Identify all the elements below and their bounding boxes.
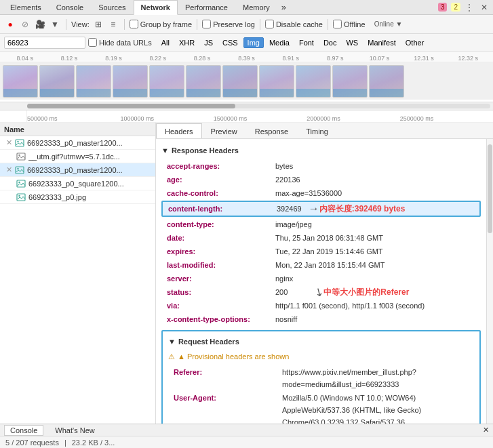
waterfall-ruler: 500000 ms 1000000 ms 1500000 ms 2000000 … <box>0 110 493 123</box>
hide-data-urls-input[interactable] <box>88 38 97 47</box>
list-view-button[interactable]: ≡ <box>107 18 119 30</box>
tick-6: 8.91 s <box>269 55 313 62</box>
stop-button[interactable]: ⊘ <box>19 18 31 30</box>
filter-other[interactable]: Other <box>401 37 429 48</box>
disable-cache-input[interactable] <box>265 20 274 28</box>
error-badge: 3 <box>438 3 448 12</box>
whats-new-tab[interactable]: What's New <box>49 425 100 436</box>
grid-view-button[interactable]: ⊞ <box>92 18 104 30</box>
group-by-frame-check[interactable]: Group by frame <box>130 20 192 28</box>
scrollbar-thumb[interactable] <box>27 104 235 108</box>
tab-preview[interactable]: Preview <box>202 123 246 138</box>
response-headers-title: ▼ Response Headers <box>161 144 481 157</box>
tab-timing[interactable]: Timing <box>297 123 337 138</box>
header-val-expires: Tue, 22 Jan 2019 15:14:46 GMT <box>275 245 383 258</box>
tab-console[interactable]: Console <box>49 0 91 15</box>
file-name-3: 66923333_p0_square1200... <box>28 180 151 188</box>
svg-point-7 <box>18 181 20 182</box>
filter-doc[interactable]: Doc <box>319 37 341 48</box>
header-key-cache-control: cache-control: <box>167 187 275 199</box>
tab-sources[interactable]: Sources <box>91 0 133 15</box>
header-key-content-length: content-length: <box>168 203 277 215</box>
thumbnails[interactable] <box>0 62 493 100</box>
requests-count: 5 / 207 requests <box>5 439 59 447</box>
devtools-close-button[interactable]: ✕ <box>478 1 490 14</box>
filter-button[interactable]: ▼ <box>49 18 61 30</box>
header-key-server: server: <box>167 272 275 285</box>
thumbnail-2 <box>76 65 111 98</box>
screenshot-button[interactable]: 🎥 <box>34 18 46 30</box>
tab-network[interactable]: Network <box>134 0 178 15</box>
scrollbar-track[interactable] <box>27 104 490 108</box>
close-icon-2[interactable]: ✕ <box>4 165 14 175</box>
tab-response[interactable]: Response <box>246 123 298 138</box>
header-key-status: status: <box>167 286 275 298</box>
group-by-frame-input[interactable] <box>130 20 138 28</box>
thumbnail-8 <box>296 65 331 98</box>
filter-font[interactable]: Font <box>295 37 318 48</box>
filter-css[interactable]: CSS <box>218 37 242 48</box>
offline-label: Offline <box>344 20 366 28</box>
console-tab[interactable]: Console <box>4 425 43 436</box>
filter-xhr[interactable]: XHR <box>175 37 199 48</box>
disable-cache-check[interactable]: Disable cache <box>265 20 323 28</box>
filter-all[interactable]: All <box>157 37 174 48</box>
thumbnail-0 <box>3 65 38 98</box>
tab-elements[interactable]: Elements <box>3 0 49 15</box>
warning-icon: ⚠ <box>168 350 175 363</box>
collapse-arrow[interactable]: ▼ <box>161 144 169 157</box>
record-button[interactable]: ● <box>4 18 16 30</box>
thumbnail-7 <box>259 65 294 98</box>
main-area: Name ✕ 66923333_p0_master1200... __utm.g… <box>0 123 493 436</box>
header-val-date: Thu, 25 Jan 2018 06:31:48 GMT <box>275 232 383 244</box>
file-item-2[interactable]: ✕ 66923333_p0_master1200... <box>0 163 155 177</box>
online-button[interactable]: Online ▼ <box>368 18 409 30</box>
tab-memory[interactable]: Memory <box>235 0 277 15</box>
header-val-referer: https://www.pixiv.net/member_illust.php?… <box>282 366 469 390</box>
detail-panel: Headers Preview Response Timing ▼ Respon… <box>156 123 493 436</box>
filter-media[interactable]: Media <box>265 37 294 48</box>
separator-4 <box>260 19 260 30</box>
preserve-log-check[interactable]: Preserve log <box>202 20 255 28</box>
header-referer: Referer: https://www.pixiv.net/member_il… <box>168 365 474 391</box>
header-key-accept-ranges: accept-ranges: <box>167 160 275 172</box>
hide-data-urls-check[interactable]: Hide data URLs <box>88 38 152 47</box>
filter-ws[interactable]: WS <box>342 37 362 48</box>
header-key-x-content-type-options: x-content-type-options: <box>167 313 275 325</box>
preserve-log-input[interactable] <box>202 20 211 28</box>
file-item-1[interactable]: __utm.gif?utmwv=5.7.1dc... <box>0 150 155 163</box>
ruler-0: 500000 ms <box>27 115 120 122</box>
tab-headers[interactable]: Headers <box>156 123 202 138</box>
header-server: server: nginx <box>161 272 481 285</box>
close-icon-0[interactable]: ✕ <box>4 138 14 148</box>
offline-check[interactable]: Offline <box>333 20 366 28</box>
tab-more[interactable]: » <box>277 2 290 12</box>
file-item-0[interactable]: ✕ 66923333_p0_master1200... <box>0 136 155 150</box>
header-age: age: 220136 <box>161 173 481 186</box>
filter-img[interactable]: Img <box>243 37 264 48</box>
detail-scrollbar-thumb[interactable] <box>488 144 492 233</box>
offline-input[interactable] <box>333 20 342 28</box>
collapse-arrow-req[interactable]: ▼ <box>168 335 176 348</box>
search-input[interactable] <box>4 37 85 49</box>
header-key-age: age: <box>167 174 275 186</box>
scrollbar-area[interactable] <box>0 102 493 110</box>
transfer-size: 23.2 KB / 3... <box>72 439 115 447</box>
tab-bar: Elements Console Sources Network Perform… <box>0 0 493 15</box>
header-content-type: content-type: image/jpeg <box>161 218 481 231</box>
tick-3: 8.22 s <box>136 55 180 62</box>
filter-manifest[interactable]: Manifest <box>363 37 400 48</box>
tab-performance[interactable]: Performance <box>178 0 235 15</box>
header-val-x-content-type-options: nosniff <box>275 313 297 325</box>
detail-scrollbar[interactable] <box>486 139 493 436</box>
header-expires: expires: Tue, 22 Jan 2019 15:14:46 GMT <box>161 245 481 258</box>
devtools-menu-button[interactable]: ⋮ <box>463 1 475 14</box>
file-img-icon-0 <box>15 138 24 148</box>
file-item-3[interactable]: 66923333_p0_square1200... <box>0 177 155 190</box>
thumbnail-4 <box>149 65 184 98</box>
file-item-4[interactable]: 66923333_p0.jpg <box>0 190 155 204</box>
console-close-button[interactable]: ✕ <box>483 426 489 434</box>
filter-js[interactable]: JS <box>200 37 217 48</box>
file-img-icon-2 <box>15 165 24 175</box>
arrow-icon-content-length: → <box>309 203 319 215</box>
